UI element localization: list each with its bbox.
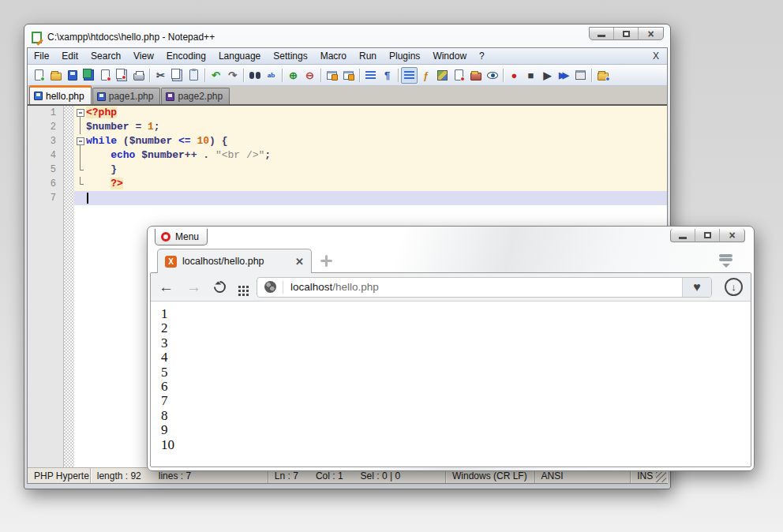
document-tab-page2-php[interactable]: page2.php <box>161 88 230 104</box>
tab-menu-icon[interactable] <box>719 254 732 257</box>
minimize-icon <box>679 237 687 239</box>
find-button[interactable] <box>246 67 263 84</box>
code-line-7 <box>74 191 667 205</box>
cut-button[interactable]: ✂ <box>152 67 169 84</box>
user-defined-language-button[interactable]: ƒ <box>418 67 434 84</box>
code-token: ) <box>209 135 215 147</box>
save-all-button[interactable] <box>81 67 97 84</box>
speed-dial-icon[interactable] <box>238 286 241 288</box>
sync-horizontal-scrolling-button[interactable] <box>340 67 357 84</box>
undo-button[interactable]: ↶ <box>208 67 224 84</box>
new-file-button[interactable] <box>31 67 47 84</box>
address-bar[interactable]: localhost/hello.php ♥ <box>257 277 712 298</box>
status-text: INS <box>637 470 653 481</box>
print-button[interactable] <box>130 67 147 84</box>
resize-grip[interactable] <box>656 472 666 482</box>
menu-window[interactable]: Window <box>426 49 473 63</box>
tab-close-icon[interactable]: ✕ <box>295 256 304 268</box>
toolbar-separator <box>282 69 283 82</box>
zoom-in-button[interactable]: ⊕ <box>285 67 302 84</box>
copy-button[interactable] <box>169 67 185 84</box>
menu-edit[interactable]: Edit <box>55 49 84 63</box>
menubar-close-button[interactable]: X <box>645 51 667 62</box>
opera-menu-button[interactable]: Menu <box>155 229 208 245</box>
restore-button[interactable] <box>614 28 639 39</box>
reload-button[interactable] <box>212 279 228 295</box>
print-icon <box>133 73 144 81</box>
code-line-4: echo $number++ . "<br />"; <box>74 148 667 163</box>
opera-titlebar[interactable]: Menu × <box>150 229 751 248</box>
minimize-button[interactable] <box>671 229 695 242</box>
close-file-button[interactable] <box>97 67 114 84</box>
sync-vertical-scrolling-button[interactable] <box>324 67 340 84</box>
browser-tab-localhost[interactable]: X localhost/hello.php ✕ <box>157 249 312 273</box>
back-button[interactable]: ← <box>159 279 174 294</box>
close-button[interactable]: × <box>639 28 663 39</box>
close-button[interactable]: × <box>720 229 744 242</box>
code-token: ++ <box>185 149 197 161</box>
show-indent-guide-button[interactable] <box>401 67 418 84</box>
macro-play-button[interactable]: ▶ <box>539 67 556 84</box>
menu-macro[interactable]: Macro <box>314 49 353 63</box>
forward-button[interactable]: → <box>186 279 201 294</box>
document-map-button[interactable] <box>434 67 451 84</box>
menu-plugins[interactable]: Plugins <box>383 49 426 63</box>
output-line: 1 <box>161 307 751 321</box>
new-tab-button[interactable] <box>320 255 332 267</box>
redo-icon: ↷ <box>228 70 237 81</box>
open-file-button[interactable] <box>47 67 64 84</box>
bookmark-button[interactable]: ♥ <box>682 278 711 297</box>
macro-record-button[interactable]: ● <box>506 67 523 84</box>
paste-button[interactable] <box>185 67 202 84</box>
macro-run-multiple-icon: ▶▶ <box>559 71 566 80</box>
macro-run-multiple-button[interactable]: ▶▶ <box>556 67 572 84</box>
restore-icon <box>704 232 711 238</box>
replace-button[interactable]: ab <box>263 67 279 84</box>
project-folder-button[interactable] <box>467 67 484 84</box>
save-file-button[interactable] <box>64 67 81 84</box>
code-text: $number = 1; <box>86 120 667 134</box>
fold-toggle-icon[interactable] <box>74 106 86 120</box>
status-text: Sel : 0 | 0 <box>361 470 400 481</box>
menu-search[interactable]: Search <box>84 49 127 63</box>
notepad-titlebar[interactable]: C:\xampp\htdocs\hello.php - Notepad++ <box>27 27 668 47</box>
document-switcher-button[interactable] <box>451 67 467 84</box>
url-text[interactable]: localhost/hello.php <box>290 281 682 293</box>
menu-encoding[interactable]: Encoding <box>160 49 212 63</box>
show-all-characters-button[interactable]: ¶ <box>379 67 395 84</box>
toolbar-separator <box>591 69 592 82</box>
opera-window-controls: × <box>670 229 745 242</box>
badge-dot <box>122 75 126 80</box>
redo-button[interactable]: ↷ <box>224 67 241 84</box>
open-containing-folder-icon <box>598 73 609 81</box>
badge-dot <box>460 77 465 81</box>
menu-settings[interactable]: Settings <box>267 49 313 63</box>
close-all-button[interactable] <box>114 67 130 84</box>
minimize-button[interactable] <box>590 28 614 39</box>
document-tab-page1-php[interactable]: page1.php <box>92 88 161 104</box>
menu-file[interactable]: File <box>28 49 55 63</box>
file-monitoring-button[interactable] <box>484 67 500 84</box>
macro-save-button[interactable] <box>572 67 589 84</box>
status-text: length : 92 <box>97 470 141 481</box>
document-tab-hello-php[interactable]: hello.php <box>29 85 92 104</box>
menu-run[interactable]: Run <box>353 49 383 63</box>
code-text: while ($number <= 10) { <box>86 134 667 148</box>
menu-view[interactable]: View <box>127 49 160 63</box>
open-containing-folder-button[interactable] <box>594 67 611 84</box>
word-wrap-button[interactable] <box>362 67 379 84</box>
fold-toggle-icon[interactable] <box>74 134 86 148</box>
restore-button[interactable] <box>695 229 720 242</box>
menu-language[interactable]: Language <box>212 49 267 63</box>
menu-help[interactable]: ? <box>473 49 491 63</box>
zoom-out-button[interactable]: ⊖ <box>302 67 318 84</box>
download-button[interactable]: ↓ <box>725 278 743 296</box>
badge-dot <box>107 77 111 81</box>
toolbar-separator <box>149 69 150 82</box>
fold-line-marker <box>74 177 86 191</box>
toolbar-separator <box>359 69 360 82</box>
save-all-icon <box>83 69 92 78</box>
output-line: 2 <box>161 321 751 335</box>
code-token: } <box>111 163 117 175</box>
macro-stop-button[interactable]: ■ <box>523 67 539 84</box>
